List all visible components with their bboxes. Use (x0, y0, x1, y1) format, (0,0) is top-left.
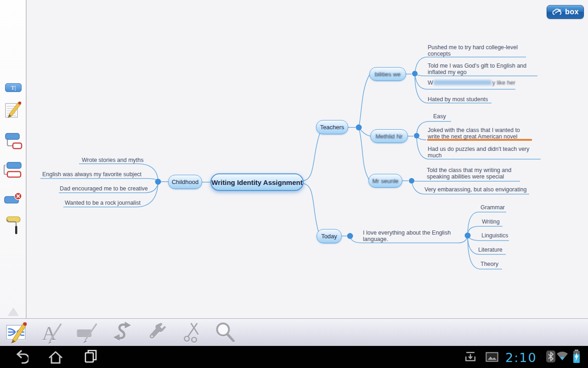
branch-style-tool[interactable] (110, 321, 134, 345)
home-icon (47, 349, 64, 365)
back-icon (12, 349, 28, 365)
add-child-node-tool[interactable] (4, 132, 23, 152)
battery-charging-status-icon[interactable] (572, 349, 581, 366)
teacher-2-node-redacted[interactable]: Methlid Nr (370, 129, 408, 143)
leaf-teacher3-2[interactable]: Very embarassing, but also envigorating (424, 187, 526, 193)
root-node[interactable]: Writing Identity Assignment (210, 173, 304, 191)
settings-tool[interactable] (145, 321, 169, 345)
wrench-icon (145, 321, 169, 345)
box-upload-button[interactable]: box (547, 5, 584, 19)
node-format-tool[interactable] (75, 321, 99, 345)
teacher-1-node-redacted[interactable]: bilities we (369, 67, 406, 81)
paint-roller-icon (5, 215, 22, 236)
download-status-icon[interactable] (463, 350, 478, 366)
delete-node-icon (4, 192, 23, 207)
back-button[interactable] (12, 349, 28, 367)
scissors-icon (180, 321, 204, 345)
bluetooth-status-icon[interactable] (546, 350, 556, 365)
note-pencil-icon (4, 101, 23, 120)
magnifier-icon (213, 321, 237, 345)
teachers-node[interactable]: Teachers (316, 120, 348, 134)
teacher-3-node-redacted[interactable]: Mr seunle (368, 174, 402, 188)
leaf-today-theory[interactable]: Theory (481, 261, 498, 268)
text-node-tool[interactable]: T| (4, 77, 23, 98)
node-brush-icon (75, 321, 99, 345)
leaf-childhood-3[interactable]: Dad encouraged me to be creative (60, 186, 148, 192)
redaction-smudge (434, 80, 492, 85)
format-paint-tool[interactable] (4, 215, 23, 236)
recent-apps-button[interactable] (83, 348, 100, 368)
zoom-tool[interactable] (213, 321, 237, 345)
leaf-today-linguistics[interactable]: Linguistics (481, 233, 508, 239)
cloud-upload-icon (552, 8, 563, 16)
leaf-today-grammar[interactable]: Grammar (481, 205, 505, 211)
s-curve-icon (110, 321, 134, 345)
status-clock[interactable]: 2:10 (505, 351, 545, 365)
recent-apps-icon (83, 348, 100, 366)
leaf-teacher2-3[interactable]: Had us do puzzles and didn't teach very … (428, 146, 529, 159)
leaf-childhood-1[interactable]: Wrote stories and myths (82, 157, 144, 164)
edit-map-tool[interactable] (6, 321, 29, 345)
add-sibling-node-icon (4, 161, 23, 179)
home-button[interactable] (47, 349, 64, 367)
leaf-today-literature[interactable]: Literature (478, 247, 503, 253)
text-format-tool[interactable]: A (40, 321, 64, 345)
leaf-teacher1-3-redacted[interactable]: Wy like her (428, 80, 515, 86)
leaf-teacher1-1[interactable]: Pushed me to try hard college-level conc… (428, 45, 518, 57)
add-sibling-node-tool[interactable] (4, 160, 23, 180)
leaf-childhood-2[interactable]: English was always my favorite subject (42, 172, 141, 178)
edit-map-icon (6, 321, 29, 345)
add-child-node-icon (4, 132, 23, 151)
bottom-toolbar: A (0, 318, 588, 346)
leaf-teacher1-4[interactable]: Hated by most students (428, 97, 488, 103)
note-edit-tool[interactable] (4, 100, 23, 121)
delete-node-tool[interactable] (4, 190, 23, 210)
wifi-status-icon[interactable] (556, 351, 569, 363)
leaf-teacher2-2-highlighted[interactable]: Joked with the class that I wanted to wr… (428, 127, 520, 140)
today-node[interactable]: Today (317, 229, 342, 243)
leaf-today-note[interactable]: I love everything about the English lang… (363, 230, 451, 242)
leaf-today-writing[interactable]: Writing (482, 219, 500, 225)
text-node-icon: T| (5, 83, 22, 92)
leaf-teacher1-2[interactable]: Told me I was God's gift to English and … (428, 63, 526, 75)
leaf-childhood-4[interactable]: Wanted to be a rock journalist (65, 200, 141, 207)
tool-sidebar: T| (0, 0, 27, 318)
font-brush-icon: A (40, 321, 64, 345)
sidebar-scroll-up-arrow[interactable] (8, 308, 18, 316)
cut-tool[interactable] (180, 321, 204, 345)
childhood-node[interactable]: Childhood (168, 175, 202, 189)
leaf-teacher2-1[interactable]: Easy (433, 114, 446, 120)
leaf-teacher3-1[interactable]: Told the class that my writing and speak… (427, 167, 511, 180)
app-screen: Writing Identity Assignment Childhood Te… (0, 0, 588, 368)
gallery-status-icon[interactable] (485, 351, 499, 365)
